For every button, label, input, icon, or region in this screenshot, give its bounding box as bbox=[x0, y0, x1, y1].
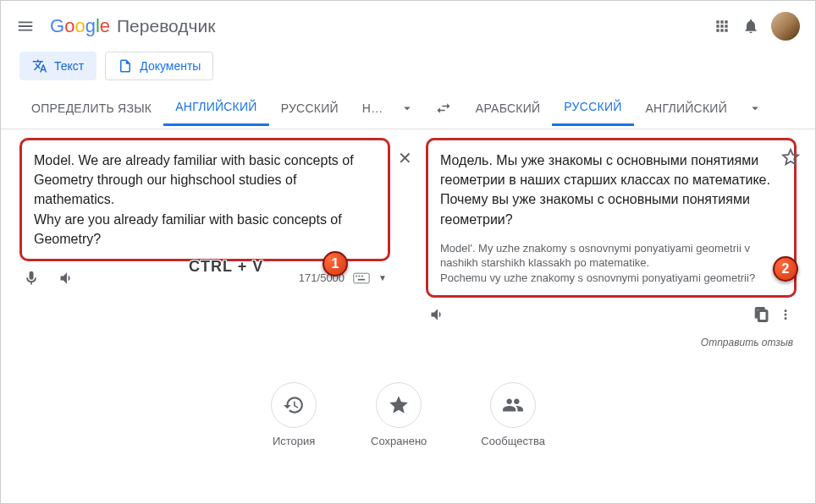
notifications-icon[interactable] bbox=[742, 18, 759, 35]
src-lang-russian[interactable]: РУССКИЙ bbox=[269, 91, 350, 125]
svg-rect-2 bbox=[359, 276, 361, 277]
mic-icon[interactable] bbox=[23, 270, 40, 287]
annotation-badge-2: 2 bbox=[773, 256, 798, 282]
history-label: История bbox=[271, 435, 317, 447]
feedback-link[interactable]: Отправить отзыв bbox=[1, 331, 815, 348]
src-lang-german[interactable]: НЕМЕ bbox=[350, 91, 391, 125]
mode-text-button[interactable]: Текст bbox=[19, 52, 96, 80]
tgt-lang-english[interactable]: АНГЛИЙСКИЙ bbox=[634, 91, 739, 125]
source-text-area[interactable]: Model. We are already familiar with basi… bbox=[19, 138, 390, 261]
detect-lang-tab[interactable]: ОПРЕДЕЛИТЬ ЯЗЫК bbox=[19, 91, 163, 125]
annotation-hint: CTRL + V bbox=[189, 258, 263, 276]
translation-text: Модель. Мы уже знакомы с основными понят… bbox=[440, 151, 782, 229]
logo: Google Переводчик bbox=[50, 15, 215, 37]
svg-rect-0 bbox=[354, 273, 369, 283]
speaker-icon[interactable] bbox=[58, 270, 75, 287]
svg-rect-3 bbox=[361, 276, 363, 277]
star-filled-icon bbox=[376, 382, 422, 428]
star-icon[interactable] bbox=[781, 148, 800, 167]
clear-icon[interactable]: ✕ bbox=[398, 148, 412, 168]
svg-rect-4 bbox=[358, 279, 365, 281]
tgt-lang-arabic[interactable]: АРАБСКИЙ bbox=[464, 91, 553, 125]
history-icon bbox=[271, 382, 317, 428]
community-label: Сообщества bbox=[481, 435, 545, 447]
transliteration: Model'. My uzhe znakomy s osnovnymi pony… bbox=[440, 241, 782, 286]
menu-icon[interactable] bbox=[16, 17, 35, 36]
mode-docs-label: Документы bbox=[140, 59, 201, 73]
swap-icon[interactable] bbox=[423, 100, 464, 117]
app-title: Переводчик bbox=[117, 16, 215, 36]
saved-button[interactable]: Сохранено bbox=[371, 382, 427, 447]
mode-docs-button[interactable]: Документы bbox=[105, 52, 213, 80]
saved-label: Сохранено bbox=[371, 435, 427, 447]
apps-icon[interactable] bbox=[714, 18, 731, 35]
chevron-down-icon[interactable] bbox=[391, 101, 423, 116]
mode-text-label: Текст bbox=[54, 59, 84, 73]
tgt-lang-russian[interactable]: РУССКИЙ bbox=[552, 90, 633, 126]
copy-icon[interactable] bbox=[754, 307, 769, 322]
chevron-down-icon[interactable] bbox=[739, 101, 771, 116]
history-button[interactable]: История bbox=[271, 382, 317, 447]
more-icon[interactable] bbox=[778, 307, 793, 322]
avatar[interactable] bbox=[771, 12, 800, 41]
svg-rect-1 bbox=[356, 276, 357, 277]
community-button[interactable]: Сообщества bbox=[481, 382, 545, 447]
speaker-icon[interactable] bbox=[429, 306, 446, 323]
translation-output: Модель. Мы уже знакомы с основными понят… bbox=[426, 138, 797, 298]
people-icon bbox=[490, 382, 536, 428]
src-lang-english[interactable]: АНГЛИЙСКИЙ bbox=[163, 90, 268, 126]
annotation-badge-1: 1 bbox=[323, 251, 348, 277]
keyboard-icon[interactable] bbox=[353, 272, 370, 284]
